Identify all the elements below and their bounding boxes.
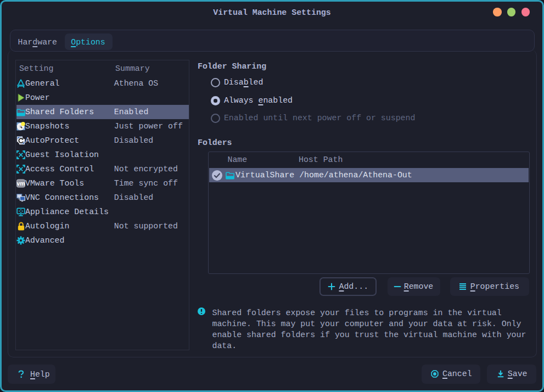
svg-text:vm: vm (17, 181, 25, 187)
